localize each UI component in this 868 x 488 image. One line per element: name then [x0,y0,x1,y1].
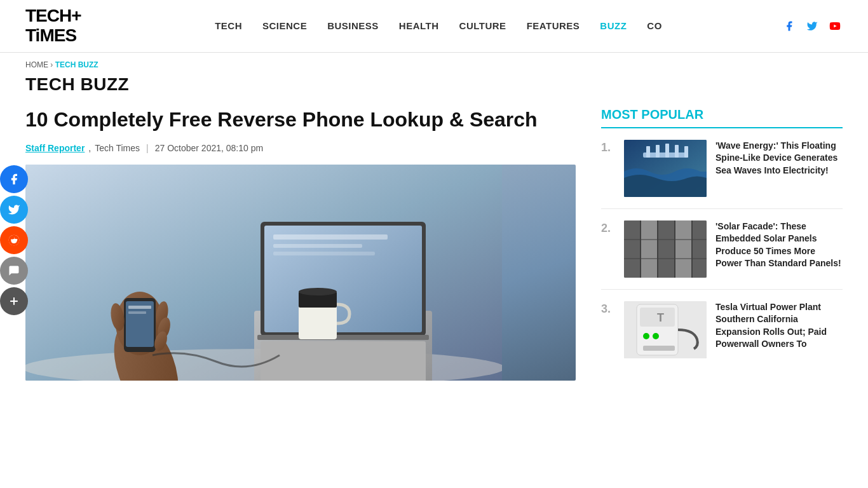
sidebar: MOST POPULAR 1. [601,107,843,381]
chat-share-button[interactable] [0,257,28,285]
svg-rect-10 [273,244,362,248]
meta-divider: | [146,143,149,153]
popular-num-1: 1. [601,141,615,154]
popular-num-3: 3. [601,302,615,316]
most-popular-title: MOST POPULAR [601,107,843,128]
breadcrumb-current: TECH BUZZ [55,60,98,69]
youtube-header-icon[interactable] [827,18,843,34]
reddit-share-button[interactable] [0,226,28,254]
popular-text-1[interactable]: 'Wave Energy:' This Floating Spine-Like … [715,140,843,177]
social-sidebar [0,165,28,315]
svg-text:T: T [657,311,664,324]
nav-health[interactable]: HEALTH [399,20,439,31]
nav-co[interactable]: CO [647,20,662,31]
popular-thumb-1[interactable] [624,140,707,197]
svg-rect-32 [665,144,669,158]
svg-rect-40 [693,220,707,278]
facebook-share-button[interactable] [0,165,28,193]
popular-thumb-2[interactable] [624,220,707,278]
facebook-header-icon[interactable] [782,18,797,34]
main-layout: 10 Completely Free Reverse Phone Lookup … [0,107,868,381]
svg-rect-31 [656,145,660,158]
meta-comma: , [88,143,91,153]
svg-rect-34 [684,146,688,158]
svg-rect-36 [624,220,640,278]
popular-thumb-3[interactable]: T [624,301,707,358]
svg-rect-39 [675,220,691,278]
svg-rect-37 [641,220,657,278]
svg-rect-11 [273,252,375,255]
article-date: 27 October 2021, 08:10 pm [155,143,263,153]
popular-text-3[interactable]: Tesla Virtual Power Plant Southern Calif… [715,301,843,351]
twitter-share-button[interactable] [0,196,28,224]
twitter-header-icon[interactable] [804,18,820,34]
svg-rect-53 [643,346,675,351]
popular-item-2: 2. [601,220,843,290]
svg-rect-21 [128,306,151,309]
svg-point-52 [653,333,659,339]
logo-line1: TECH+ [25,6,95,26]
svg-rect-30 [646,146,650,158]
nav-features[interactable]: FEATURES [527,20,580,31]
nav-business[interactable]: BUSINESS [327,20,379,31]
popular-item-1: 1. [601,140,843,209]
more-share-button[interactable] [0,287,28,315]
section-title: TECH BUZZ [0,72,868,107]
popular-num-2: 2. [601,222,615,235]
site-logo[interactable]: TECH+ TiMES [25,6,95,46]
article-source: Tech Times [95,143,140,153]
svg-rect-8 [264,226,422,332]
header-social-icons [782,18,843,34]
popular-text-2[interactable]: 'Solar Facade': These Embedded Solar Pan… [715,220,843,270]
article-hero-image [25,165,576,381]
svg-rect-33 [675,145,679,158]
main-nav: TECH SCIENCE BUSINESS HEALTH CULTURE FEA… [95,20,782,31]
svg-rect-9 [273,234,388,240]
svg-point-16 [299,288,337,295]
svg-rect-13 [261,341,426,381]
breadcrumb-home[interactable]: HOME [25,60,48,69]
article-title: 10 Completely Free Reverse Phone Lookup … [25,107,576,132]
article-author[interactable]: Staff Reporter [25,143,85,153]
nav-buzz[interactable]: BUZZ [600,20,627,31]
breadcrumb-separator: › [50,60,53,69]
header: TECH+ TiMES TECH SCIENCE BUSINESS HEALTH… [0,0,868,53]
svg-rect-12 [257,335,429,340]
logo-line2: TiMES [25,26,95,46]
svg-rect-22 [128,311,146,314]
svg-point-51 [643,333,649,339]
article-area: 10 Completely Free Reverse Phone Lookup … [25,107,576,381]
svg-rect-38 [658,220,674,278]
article-meta: Staff Reporter , Tech Times | 27 October… [25,143,576,153]
breadcrumb: HOME › TECH BUZZ [0,53,868,72]
nav-tech[interactable]: TECH [215,20,242,31]
popular-item-3: 3. T [601,301,843,370]
nav-science[interactable]: SCIENCE [262,20,307,31]
nav-culture[interactable]: CULTURE [459,20,506,31]
